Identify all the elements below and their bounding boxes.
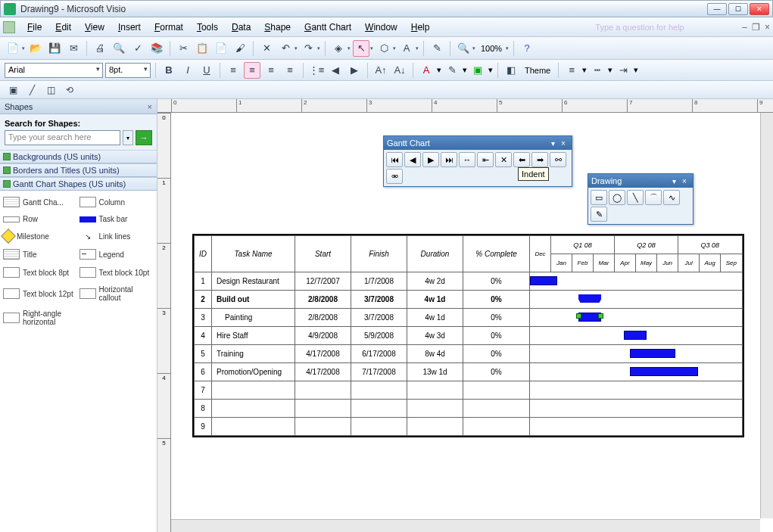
gantt-column-header[interactable]: Start	[295, 236, 351, 272]
gantt-timeline-cell[interactable]	[530, 272, 743, 291]
gantt-finish-cell[interactable]: 6/17/2008	[351, 345, 407, 363]
decrease-fontsize-button[interactable]: A↓	[391, 62, 408, 79]
gantt-last-button[interactable]: ⏭	[441, 152, 457, 167]
menu-insert[interactable]: Insert	[112, 20, 147, 35]
gantt-row[interactable]: 6Promotion/Opening4/17/20087/17/200813w …	[195, 363, 743, 381]
cut-button[interactable]: ✂	[175, 40, 192, 57]
gantt-finish-cell[interactable]: 1/7/2008	[351, 272, 407, 291]
zoom-out-button[interactable]: 🔍	[455, 40, 472, 57]
fill-color-button[interactable]: ▣	[469, 62, 486, 79]
gantt-finish-cell[interactable]	[351, 381, 407, 400]
search-go-button[interactable]: →	[136, 130, 152, 145]
gantt-row[interactable]: 3 Painting2/8/20083/7/20084w 1d0%	[195, 309, 743, 327]
shape-item[interactable]: Title	[3, 249, 78, 260]
gantt-column-header[interactable]: Duration	[407, 236, 463, 272]
gantt-taskname-cell[interactable]: Training	[212, 345, 295, 363]
gantt-row[interactable]: 9	[195, 418, 743, 436]
gantt-timeline-cell[interactable]	[530, 418, 743, 436]
gantt-indent-left-button[interactable]: ⬅	[513, 152, 530, 167]
arc-tool-button[interactable]: ⌒	[645, 190, 662, 205]
gantt-delete-button[interactable]: ✕	[495, 152, 512, 167]
gantt-row[interactable]: 2Build out2/8/20083/7/20084w 1d0%	[195, 291, 743, 309]
gantt-taskname-cell[interactable]: Design Restaurant	[212, 272, 295, 291]
shape-item[interactable]: Legend	[79, 249, 154, 260]
gantt-complete-cell[interactable]	[463, 381, 530, 400]
gantt-column-header[interactable]: Task Name	[212, 236, 295, 272]
gantt-bar[interactable]	[630, 349, 675, 358]
gantt-id-cell[interactable]: 4	[195, 327, 212, 345]
fontsize-combo[interactable]: 8pt.	[105, 63, 151, 78]
print-preview-button[interactable]: 🔍	[111, 40, 127, 57]
mdi-restore[interactable]: ❐	[752, 22, 760, 33]
align-center-button[interactable]: ≡	[244, 62, 260, 79]
close-button[interactable]: ✕	[750, 3, 769, 15]
gantt-taskname-cell[interactable]: Hire Staff	[212, 327, 295, 345]
stencil-item[interactable]: Backgrounds (US units)	[0, 150, 157, 163]
connector-format-button[interactable]: ╱	[23, 82, 40, 98]
bold-button[interactable]: B	[161, 62, 177, 79]
gantt-complete-cell[interactable]: 0%	[463, 309, 530, 327]
gantt-duration-cell[interactable]	[407, 418, 463, 436]
shape-item[interactable]: Column	[79, 197, 154, 207]
gantt-id-cell[interactable]: 3	[195, 309, 212, 327]
gantt-toolbar-close-icon[interactable]: ×	[558, 139, 569, 148]
align-right-button[interactable]: ≡	[263, 62, 279, 79]
gantt-row[interactable]: 7	[195, 381, 743, 400]
gantt-timeline-cell[interactable]	[530, 309, 743, 327]
menu-data[interactable]: Data	[226, 20, 257, 35]
gantt-complete-cell[interactable]: 0%	[463, 363, 530, 381]
gantt-finish-cell[interactable]	[351, 400, 407, 418]
format-painter-button[interactable]: 🖌	[232, 40, 248, 57]
gantt-bar[interactable]	[624, 331, 647, 340]
gantt-complete-cell[interactable]	[463, 418, 530, 436]
pencil-tool-button[interactable]: ✎	[591, 207, 607, 222]
gantt-duration-cell[interactable]	[407, 381, 463, 400]
gantt-timeline-cell[interactable]	[530, 363, 743, 381]
print-button[interactable]: 🖨	[92, 40, 108, 57]
underline-button[interactable]: U	[198, 62, 215, 79]
gantt-goto-button[interactable]: ↔	[459, 152, 475, 167]
menu-edit[interactable]: Edit	[49, 20, 77, 35]
menu-tools[interactable]: Tools	[191, 20, 224, 35]
shape-item[interactable]: Milestone	[3, 231, 78, 241]
shape-item[interactable]: Row	[3, 215, 78, 223]
gantt-row[interactable]: 5Training4/17/20086/17/20088w 4d0%	[195, 345, 743, 363]
new-button[interactable]: 📄	[5, 40, 21, 57]
gantt-chart[interactable]: IDTask NameStartFinishDuration% Complete…	[192, 234, 744, 437]
gantt-bar[interactable]	[530, 276, 557, 285]
gantt-id-cell[interactable]: 5	[195, 345, 212, 363]
gantt-taskname-cell[interactable]	[212, 381, 295, 400]
gantt-id-cell[interactable]: 9	[195, 418, 212, 436]
copy-button[interactable]: 📋	[194, 40, 210, 57]
gantt-id-cell[interactable]: 2	[195, 291, 212, 309]
help-search[interactable]: Type a question for help	[595, 23, 731, 32]
minimize-button[interactable]: —	[707, 3, 727, 15]
drawing-page[interactable]: Gantt Chart ▾ × ⏮ ◀ ▶ ⏭ ↔ ⇤ ✕ ⬅ ➡ ⚯ ⚮	[186, 128, 773, 532]
shape-item[interactable]: Link lines	[79, 231, 154, 241]
gantt-start-cell[interactable]: 4/17/2008	[295, 345, 351, 363]
open-button[interactable]: 📂	[27, 40, 44, 57]
line-ends-button[interactable]: ⇥	[615, 62, 631, 79]
help-button[interactable]: ?	[519, 40, 535, 57]
theme-button[interactable]: Theme	[522, 66, 553, 75]
email-button[interactable]: ✉	[65, 40, 82, 57]
gantt-complete-cell[interactable]: 0%	[463, 345, 530, 363]
delete-button[interactable]: ✕	[258, 40, 275, 57]
gantt-duration-cell[interactable]: 4w 1d	[407, 291, 463, 309]
rectangle-tool-button[interactable]: ▭	[591, 190, 607, 205]
gantt-duration-cell[interactable]: 4w 1d	[407, 309, 463, 327]
gantt-taskname-cell[interactable]: Painting	[212, 309, 295, 327]
gantt-bar[interactable]	[578, 313, 601, 322]
font-color-button[interactable]: A	[418, 62, 435, 79]
gantt-start-cell[interactable]	[295, 381, 351, 400]
bullets-button[interactable]: ⋮≡	[308, 62, 325, 79]
ellipse-tool-button[interactable]: ◯	[609, 190, 625, 205]
save-button[interactable]: 💾	[46, 40, 63, 57]
line-tool-button[interactable]: ╲	[627, 190, 644, 205]
gantt-duration-cell[interactable]: 4w 3d	[407, 327, 463, 345]
decrease-indent-button[interactable]: ◀	[327, 62, 344, 79]
gantt-taskname-cell[interactable]: Build out	[212, 291, 295, 309]
vertical-scrollbar[interactable]	[760, 113, 773, 518]
gantt-row[interactable]: 4Hire Staff4/9/20085/9/20084w 3d0%	[195, 327, 743, 345]
drawing-toolbar[interactable]: Drawing ▾ × ▭ ◯ ╲ ⌒ ∿ ✎	[588, 173, 694, 225]
